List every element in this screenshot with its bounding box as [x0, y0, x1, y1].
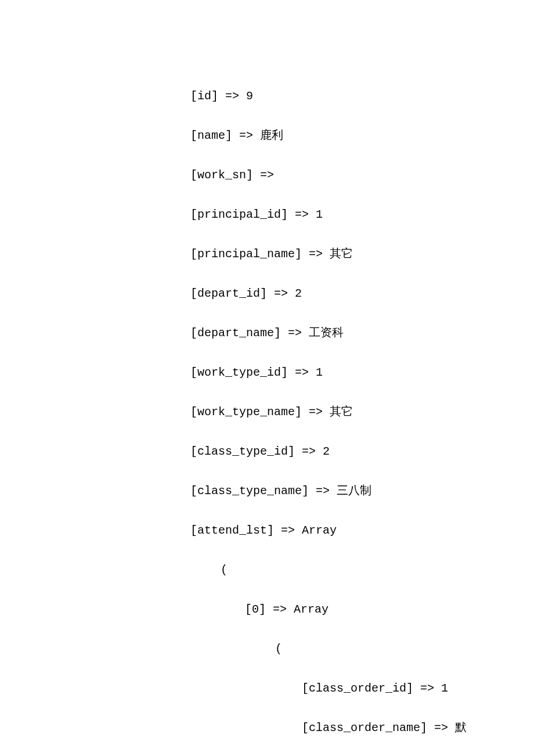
field-class-type-id: [class_type_id] => 2	[0, 442, 534, 462]
field-class-type-name: [class_type_name] => 三八制	[0, 481, 534, 501]
array-index-0: [0] => Array	[0, 600, 534, 620]
field-attend-lst: [attend_lst] => Array	[0, 521, 534, 541]
document-page: [id] => 9 [name] => 鹿利 [work_sn] => [pri…	[0, 0, 534, 756]
paren-open: (	[0, 639, 534, 659]
field-class-order-name: [class_order_name] => 默	[0, 718, 534, 738]
field-principal-id: [principal_id] => 1	[0, 205, 534, 225]
field-work-type-id: [work_type_id] => 1	[0, 363, 534, 383]
paren-open: (	[0, 560, 534, 580]
field-depart-name: [depart_name] => 工资科	[0, 323, 534, 343]
field-class-order-id: [class_order_id] => 1	[0, 679, 534, 699]
field-principal-name: [principal_name] => 其它	[0, 244, 534, 264]
field-work-type-name: [work_type_name] => 其它	[0, 402, 534, 422]
field-name: [name] => 鹿利	[0, 126, 534, 146]
field-work-sn: [work_sn] =>	[0, 165, 534, 185]
field-id: [id] => 9	[0, 87, 534, 106]
field-depart-id: [depart_id] => 2	[0, 284, 534, 304]
